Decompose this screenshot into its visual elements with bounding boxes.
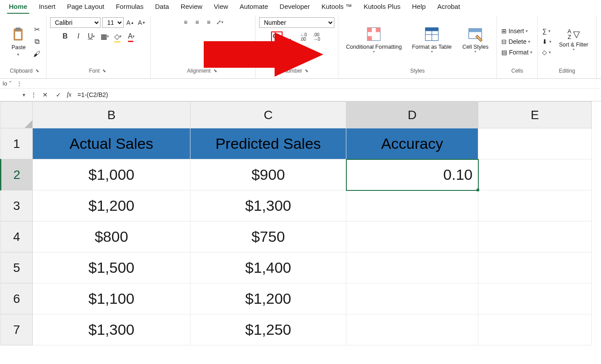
sort-filter-button[interactable]: AZ▽ Sort & Filter ˅: [554, 27, 593, 57]
cell-B4[interactable]: $800: [33, 221, 190, 252]
font-size-select[interactable]: 11: [102, 17, 124, 28]
align-bottom-button[interactable]: ≡: [204, 17, 213, 27]
align-middle-button[interactable]: ≡: [192, 17, 202, 27]
cell-C6[interactable]: $1,200: [190, 283, 346, 314]
fill-color-button[interactable]: ◇▼: [112, 31, 124, 42]
decrease-font-button[interactable]: A▼: [137, 18, 147, 27]
col-header-C[interactable]: C: [190, 102, 346, 128]
format-as-table-button[interactable]: Format as Table ˅: [407, 24, 456, 59]
cell-B3[interactable]: $1,200: [33, 190, 190, 221]
insert-cells-button[interactable]: ⊞Insert▼: [500, 27, 534, 35]
cell-D6[interactable]: [346, 283, 478, 314]
bold-button[interactable]: B: [59, 31, 71, 42]
name-box[interactable]: ▼: [3, 93, 27, 97]
copy-button[interactable]: ⧉: [31, 36, 43, 47]
cell-C2[interactable]: $900: [190, 159, 346, 190]
row-header-6[interactable]: 6: [1, 283, 33, 314]
cut-button[interactable]: ✂: [31, 23, 43, 35]
cell-C7[interactable]: $1,250: [190, 314, 346, 345]
col-header-E[interactable]: E: [478, 102, 592, 128]
row-header-7[interactable]: 7: [1, 314, 33, 345]
tab-kutools-plus[interactable]: Kutools Plus: [362, 2, 402, 14]
select-all-corner[interactable]: [1, 102, 33, 128]
delete-cells-button[interactable]: ⊟Delete▼: [500, 37, 534, 46]
cancel-formula-button[interactable]: ✕: [40, 90, 50, 100]
format-painter-button[interactable]: 🖌: [31, 48, 43, 60]
cell-E7[interactable]: [478, 314, 592, 345]
cell-D4[interactable]: [346, 221, 478, 252]
qat-item[interactable]: lo ˅: [3, 80, 12, 87]
cell-C1[interactable]: Predicted Sales: [190, 128, 346, 159]
italic-button[interactable]: I: [73, 31, 84, 42]
increase-font-button[interactable]: A▲: [125, 18, 135, 27]
tab-review[interactable]: Review: [179, 2, 204, 14]
dialog-launcher-icon[interactable]: ⬊: [213, 68, 219, 74]
cell-D2[interactable]: 0.10: [346, 159, 478, 190]
row-header-3[interactable]: 3: [1, 190, 33, 221]
number-format-select[interactable]: Number: [259, 17, 334, 28]
quick-access-row: lo ˅ ⋮: [0, 79, 601, 89]
cell-B2[interactable]: $1,000: [33, 159, 190, 190]
comma-style-button[interactable]: ,: [284, 31, 296, 43]
cell-E1[interactable]: [478, 128, 592, 159]
increase-decimal-button[interactable]: ←0.00: [298, 31, 309, 43]
cell-E5[interactable]: [478, 252, 592, 283]
clipboard-icon: [11, 27, 27, 43]
tab-insert[interactable]: Insert: [37, 2, 58, 14]
cell-C3[interactable]: $1,300: [190, 190, 346, 221]
insert-function-button[interactable]: fx: [67, 91, 71, 98]
cell-D3[interactable]: [346, 190, 478, 221]
format-cells-button[interactable]: ▤Format▼: [500, 48, 534, 57]
cell-B7[interactable]: $1,300: [33, 314, 190, 345]
borders-button[interactable]: ▦▼: [99, 31, 111, 42]
cell-B5[interactable]: $1,500: [33, 252, 190, 283]
tab-formulas[interactable]: Formulas: [114, 2, 145, 14]
underline-button[interactable]: U▼: [86, 31, 97, 42]
tab-view[interactable]: View: [212, 2, 230, 14]
cell-D7[interactable]: [346, 314, 478, 345]
cell-C4[interactable]: $750: [190, 221, 346, 252]
cell-E2[interactable]: [478, 159, 592, 190]
dialog-launcher-icon[interactable]: ⬊: [102, 68, 108, 74]
qat-overflow[interactable]: ⋮: [16, 80, 22, 87]
fill-button[interactable]: ⬇▼: [541, 37, 553, 46]
cell-styles-button[interactable]: Cell Styles ˅: [458, 24, 493, 59]
cell-E3[interactable]: [478, 190, 592, 221]
align-top-button[interactable]: ≡: [181, 17, 190, 27]
orientation-button[interactable]: ⤢▼: [215, 17, 225, 27]
cell-C5[interactable]: $1,400: [190, 252, 346, 283]
col-header-D[interactable]: D: [346, 102, 478, 128]
autosum-button[interactable]: ∑▼: [541, 27, 553, 35]
cell-D1[interactable]: Accuracy: [346, 128, 478, 159]
tab-data[interactable]: Data: [153, 2, 171, 14]
dialog-launcher-icon[interactable]: ⬊: [35, 68, 41, 74]
format-cells-icon: ▤: [501, 49, 507, 56]
paste-button[interactable]: Paste ▼: [8, 25, 29, 59]
percent-style-button[interactable]: %: [271, 31, 283, 43]
tab-page-layout[interactable]: Page Layout: [65, 2, 106, 14]
tab-kutools[interactable]: Kutools ™: [320, 2, 354, 14]
row-header-1[interactable]: 1: [1, 128, 33, 159]
cell-B1[interactable]: Actual Sales: [33, 128, 190, 159]
row-header-4[interactable]: 4: [1, 221, 33, 252]
tab-automate[interactable]: Automate: [238, 2, 270, 14]
enter-formula-button[interactable]: ✓: [54, 90, 63, 100]
decrease-decimal-button[interactable]: .00→0: [311, 31, 322, 43]
font-name-select[interactable]: Calibri: [50, 17, 101, 28]
formula-input[interactable]: =1-(C2/B2): [75, 90, 598, 99]
cell-E4[interactable]: [478, 221, 592, 252]
clear-button[interactable]: ◇▼: [541, 48, 553, 57]
cell-E6[interactable]: [478, 283, 592, 314]
tab-developer[interactable]: Developer: [278, 2, 311, 14]
font-color-button[interactable]: A▼: [126, 31, 137, 42]
tab-home[interactable]: Home: [7, 2, 29, 14]
tab-help[interactable]: Help: [410, 2, 427, 14]
dialog-launcher-icon[interactable]: ⬊: [305, 68, 310, 74]
cell-D5[interactable]: [346, 252, 478, 283]
tab-acrobat[interactable]: Acrobat: [435, 2, 462, 14]
cell-B6[interactable]: $1,100: [33, 283, 190, 314]
col-header-B[interactable]: B: [33, 102, 190, 128]
row-header-2[interactable]: 2: [1, 159, 33, 190]
conditional-formatting-button[interactable]: Conditional Formatting ˅: [342, 24, 406, 59]
row-header-5[interactable]: 5: [1, 252, 33, 283]
